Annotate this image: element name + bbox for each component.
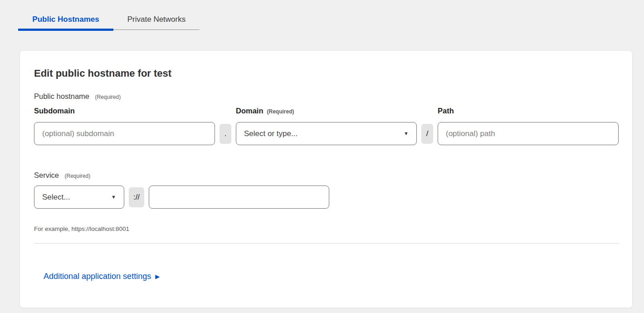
edit-hostname-card: Edit public hostname for test Public hos… [20, 50, 633, 308]
public-hostname-label-row: Public hostname (Required) [34, 92, 618, 101]
tabstrip: Public Hostnames Private Networks [18, 9, 200, 30]
additional-settings-link[interactable]: Additional application settings ▶ [44, 272, 160, 281]
dot-separator-chip: . [220, 124, 231, 144]
scheme-separator-chip: :// [129, 187, 144, 207]
subdomain-input[interactable] [34, 122, 215, 145]
chevron-down-icon: ▼ [404, 131, 409, 136]
service-type-select[interactable]: Select... ▼ [34, 186, 124, 209]
domain-select[interactable]: Select or type... ▼ [236, 122, 417, 145]
service-label-row: Service (Required) [34, 171, 618, 180]
tab-private-networks[interactable]: Private Networks [113, 9, 200, 29]
service-label: Service [34, 171, 59, 179]
hostname-fields-row: Subdomain Domain (Required) Path . Selec… [34, 107, 618, 145]
service-type-select-value: Select... [42, 193, 70, 202]
service-example-hint: For example, https://localhost:8001 [34, 225, 618, 232]
domain-label: Domain (Required) [236, 107, 417, 115]
service-section: Service (Required) Select... ▼ :// [34, 171, 618, 209]
additional-settings-link-label: Additional application settings [44, 272, 151, 281]
service-url-input[interactable] [149, 186, 329, 209]
chevron-down-icon: ▼ [111, 195, 116, 200]
section-divider [34, 243, 619, 244]
tab-private-networks-label: Private Networks [127, 15, 185, 24]
public-hostname-label: Public hostname [34, 92, 89, 100]
tab-public-hostnames[interactable]: Public Hostnames [18, 9, 113, 29]
slash-separator-chip: / [421, 124, 433, 144]
domain-select-value: Select or type... [244, 129, 298, 138]
service-required-note: (Required) [64, 173, 90, 179]
page-title: Edit public hostname for test [34, 68, 618, 79]
path-input[interactable] [438, 122, 619, 145]
subdomain-label: Subdomain [34, 107, 215, 115]
arrow-right-icon: ▶ [155, 274, 160, 279]
path-label: Path [438, 107, 619, 115]
domain-required-note: (Required) [267, 108, 294, 115]
service-fields-row: Select... ▼ :// [34, 186, 618, 209]
tab-public-hostnames-label: Public Hostnames [32, 15, 99, 24]
public-hostname-required-note: (Required) [95, 94, 121, 100]
